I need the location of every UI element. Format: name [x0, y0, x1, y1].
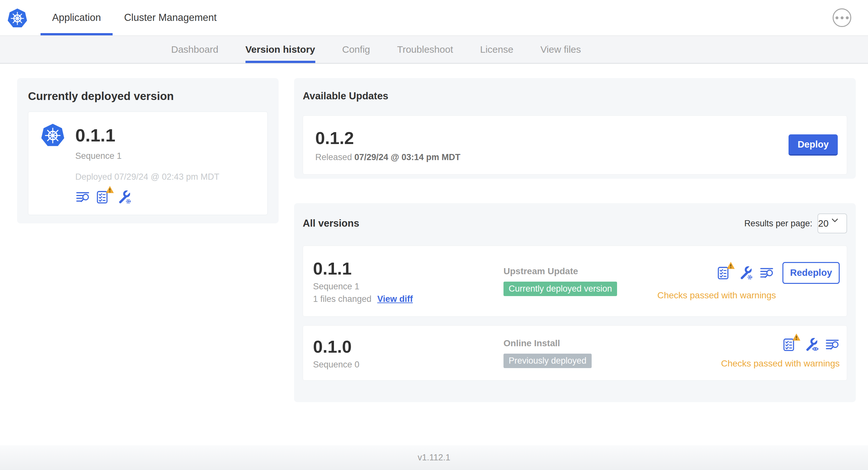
- status-badge: Previously deployed: [503, 354, 592, 368]
- app-kubernetes-icon: [40, 123, 65, 147]
- tab-application[interactable]: Application: [40, 0, 113, 35]
- currently-deployed-title: Currently deployed version: [28, 78, 268, 103]
- tab-version-history[interactable]: Version history: [245, 36, 315, 63]
- released-label: Released: [315, 153, 352, 162]
- deployed-version-number: 0.1.1: [75, 125, 116, 146]
- warning-glyph: [792, 333, 801, 341]
- view-config-icon[interactable]: [804, 337, 818, 352]
- edit-config-icon[interactable]: [117, 190, 131, 204]
- chevron-down-icon: [832, 214, 846, 233]
- footer: v1.112.1: [0, 445, 868, 470]
- available-updates-title: Available Updates: [303, 78, 847, 102]
- row-sequence-label: Sequence 1: [313, 281, 503, 292]
- update-version-number: 0.1.2: [315, 128, 460, 148]
- deployed-sequence-label: Sequence 1: [75, 151, 255, 161]
- tab-dashboard[interactable]: Dashboard: [171, 36, 218, 63]
- version-source-label: Online Install: [503, 338, 560, 348]
- release-notes-icon[interactable]: [759, 266, 774, 280]
- kubernetes-logo: [7, 8, 28, 28]
- preflight-checks-warning-icon[interactable]: [782, 337, 797, 352]
- tab-config[interactable]: Config: [342, 36, 370, 63]
- dot: [836, 16, 838, 19]
- checks-status-link[interactable]: Checks passed with warnings: [721, 359, 840, 369]
- status-badge: Currently deployed version: [503, 281, 617, 296]
- release-notes-glyph: [75, 190, 90, 204]
- wrench-eye-glyph: [804, 337, 818, 352]
- deploy-button[interactable]: Deploy: [788, 134, 838, 156]
- version-source-label: Upstream Update: [503, 266, 578, 276]
- tab-cluster-management[interactable]: Cluster Management: [113, 0, 228, 35]
- currently-deployed-version-panel: 0.1.1 Sequence 1 Deployed 07/29/24 @ 02:…: [28, 111, 268, 215]
- row-version-number: 0.1.0: [313, 337, 503, 357]
- available-updates-card: Available Updates 0.1.2 Released 07/29/2…: [294, 78, 856, 179]
- deployed-timestamp: Deployed 07/29/24 @ 02:43 pm MDT: [75, 172, 255, 182]
- ellipsis-menu-icon[interactable]: [833, 8, 851, 27]
- deployed-version-actions: [75, 190, 255, 204]
- warning-glyph: [105, 186, 114, 194]
- update-released-line: Released 07/29/24 @ 03:14 pm MDT: [315, 153, 460, 162]
- warning-triangle-icon: [792, 333, 801, 341]
- files-changed-label: 1 files changed: [313, 294, 372, 304]
- tab-view-files[interactable]: View files: [540, 36, 581, 63]
- tab-troubleshoot[interactable]: Troubleshoot: [397, 36, 453, 63]
- tab-license[interactable]: License: [480, 36, 513, 63]
- wrench-gear-glyph: [738, 266, 753, 280]
- version-row: 0.1.1 Sequence 1 1 files changed View di…: [303, 246, 847, 317]
- preflight-checks-warning-icon[interactable]: [96, 190, 111, 204]
- results-per-page-label: Results per page:: [744, 219, 812, 229]
- preflight-checks-warning-icon[interactable]: [717, 266, 732, 280]
- all-versions-card: All versions Results per page: 20 0.1.1 …: [294, 203, 856, 402]
- redeploy-button[interactable]: Redeploy: [782, 262, 840, 284]
- top-tabs: Application Cluster Management: [40, 0, 228, 35]
- results-per-page-value: 20: [818, 218, 829, 229]
- row-sequence-label: Sequence 0: [313, 360, 503, 370]
- released-timestamp: 07/29/24 @ 03:14 pm MDT: [354, 153, 460, 162]
- results-per-page-select[interactable]: 20: [817, 213, 847, 233]
- release-notes-icon[interactable]: [825, 337, 840, 352]
- checks-status-link[interactable]: Checks passed with warnings: [657, 290, 776, 301]
- view-diff-link[interactable]: View diff: [377, 294, 413, 304]
- dot: [841, 16, 843, 19]
- version-row: 0.1.0 Sequence 0 Online Install Previous…: [303, 325, 847, 381]
- warning-glyph: [726, 261, 735, 269]
- edit-config-icon[interactable]: [738, 266, 753, 280]
- console-version-label: v1.112.1: [417, 452, 451, 463]
- kubernetes-logo-icon: [7, 8, 28, 28]
- dot: [846, 16, 849, 19]
- currently-deployed-card: Currently deployed version 0.1.1 Sequenc…: [17, 78, 279, 224]
- warning-triangle-icon: [105, 186, 114, 194]
- release-notes-glyph: [759, 266, 774, 280]
- top-nav: Application Cluster Management: [0, 0, 868, 36]
- warning-triangle-icon: [726, 261, 735, 269]
- row-version-number: 0.1.1: [313, 259, 503, 278]
- release-notes-icon[interactable]: [75, 190, 90, 204]
- release-notes-glyph: [825, 337, 840, 352]
- wrench-gear-glyph: [117, 190, 131, 204]
- available-update-row: 0.1.2 Released 07/29/24 @ 03:14 pm MDT D…: [303, 115, 847, 174]
- app-sub-nav: Dashboard Version history Config Trouble…: [0, 36, 868, 64]
- all-versions-title: All versions: [303, 217, 359, 229]
- kubernetes-logo-icon: [40, 123, 65, 147]
